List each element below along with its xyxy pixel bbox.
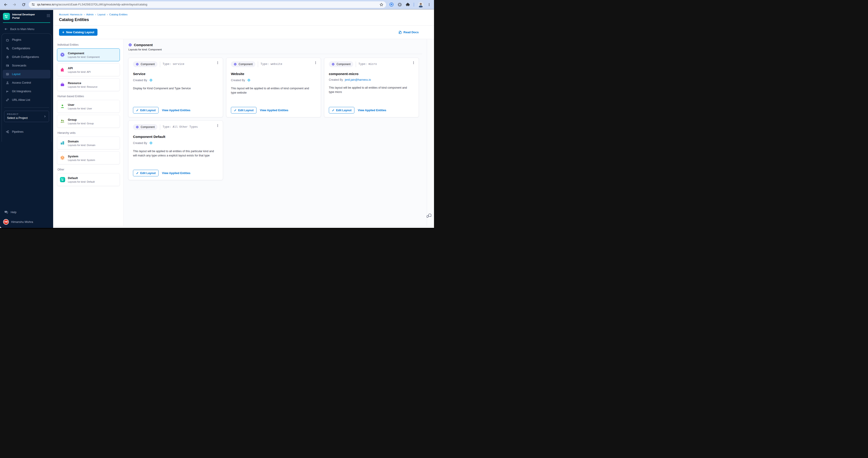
- edit-layout-label: Edit Layout: [140, 109, 156, 112]
- sidebar-item-configurations[interactable]: Configurations: [3, 44, 51, 53]
- kind-badge-label: Component: [239, 63, 253, 66]
- entity-desc: Layouts for kind: Domain: [68, 144, 95, 146]
- help-bubble-icon: ?: [4, 210, 8, 214]
- idp-logo-icon: [3, 13, 10, 20]
- entity-kind-domain[interactable]: DomainLayouts for kind: Domain: [57, 136, 120, 150]
- card-header: ComponentType: micro: [329, 61, 414, 67]
- layout-card: ComponentType: All Other TypesComponent …: [128, 121, 223, 180]
- breadcrumb-item[interactable]: Catalog Entities: [109, 13, 128, 16]
- sidebar-item-label: Access Control: [12, 81, 31, 84]
- entity-kind-component[interactable]: ComponentLayouts for kind: Component: [57, 48, 120, 61]
- harness-creator-icon: [149, 78, 153, 82]
- user-icon: [60, 104, 65, 109]
- entity-desc: Layouts for kind: Resource: [68, 86, 97, 88]
- extension-spinner-icon[interactable]: [398, 2, 402, 7]
- card-menu-icon[interactable]: [412, 61, 415, 65]
- browser-back-icon[interactable]: [4, 3, 7, 6]
- entity-name: Domain: [68, 140, 95, 143]
- browser-reload-icon[interactable]: [22, 3, 26, 6]
- card-description: This layout will be applied to all entit…: [133, 149, 217, 158]
- chip-icon: [136, 126, 139, 129]
- new-catalog-layout-button[interactable]: + New Catalog Layout: [59, 29, 97, 36]
- card-description: This layout will be applied to all entit…: [329, 86, 413, 95]
- help-button[interactable]: ? Help: [0, 210, 53, 214]
- card-footer: Edit LayoutView Applied Entities: [329, 107, 386, 113]
- person-icon: [6, 81, 9, 85]
- entity-kind-default[interactable]: DefaultLayouts for kind: Default: [57, 173, 120, 186]
- card-menu-icon[interactable]: [216, 61, 219, 65]
- browser-forward-icon[interactable]: [13, 3, 17, 6]
- creator-email-link[interactable]: jenil.jain@harness.io: [345, 78, 371, 81]
- extensions-puzzle-icon[interactable]: [406, 2, 410, 6]
- read-docs-link[interactable]: Read Docs: [398, 31, 418, 34]
- view-applied-entities-link[interactable]: View Applied Entities: [162, 171, 190, 175]
- pencil-icon: [136, 172, 138, 174]
- entity-kind-system[interactable]: SystemLayouts for kind: System: [57, 152, 120, 164]
- card-menu-icon[interactable]: [216, 124, 219, 128]
- card-title: component-micro: [329, 72, 414, 76]
- entity-text: UserLayouts for kind: User: [68, 103, 92, 110]
- pencil-icon: [136, 109, 138, 112]
- sidebar-item-git-integrations[interactable]: Git Integrations: [3, 87, 51, 96]
- user-menu[interactable]: HM Himanshu Mishra: [0, 219, 53, 225]
- card-footer: Edit LayoutView Applied Entities: [231, 107, 288, 113]
- site-settings-icon[interactable]: [31, 3, 35, 6]
- right-gutter: [427, 39, 434, 226]
- view-applied-entities-link[interactable]: View Applied Entities: [358, 109, 386, 112]
- chrome-divider: [414, 3, 414, 6]
- entity-kind-group[interactable]: GroupLayouts for kind: Group: [57, 115, 120, 128]
- chip-icon: [60, 52, 65, 57]
- edit-layout-button[interactable]: Edit Layout: [133, 107, 158, 113]
- project-selector[interactable]: PROJECT Select a Project: [4, 111, 49, 122]
- sidebar-item-pipelines[interactable]: Pipelines: [3, 128, 51, 136]
- edit-layout-button[interactable]: Edit Layout: [231, 107, 256, 113]
- help-label: Help: [11, 211, 17, 214]
- idp-logo-icon: [60, 177, 65, 183]
- entity-kind-api[interactable]: APILayouts for kind: API: [57, 63, 120, 76]
- edit-layout-button[interactable]: Edit Layout: [329, 107, 354, 113]
- sidebar-item-url-allow-list[interactable]: URL Allow List: [3, 96, 51, 104]
- card-header: ComponentType: website: [231, 61, 316, 67]
- sidebar-item-oauth-configurations[interactable]: OAuth Configurations: [3, 53, 51, 61]
- screen: qa.harness.io/ng/account/zEaak-FLS425IEO…: [0, 0, 434, 229]
- breadcrumb-item[interactable]: Layout: [97, 13, 105, 16]
- entity-kind-resource[interactable]: ResourceLayouts for kind: Resource: [57, 78, 120, 91]
- card-menu-icon[interactable]: [314, 61, 317, 65]
- entity-desc: Layouts for kind: Component: [68, 56, 100, 58]
- entity-text: SystemLayouts for kind: System: [68, 155, 95, 161]
- sidebar: Internal Developer Portal Back to Main M…: [0, 10, 53, 228]
- view-applied-entities-link[interactable]: View Applied Entities: [260, 109, 288, 112]
- onepassword-extension-icon[interactable]: [389, 2, 394, 7]
- sidebar-item-plugins[interactable]: Plugins: [3, 35, 51, 44]
- view-applied-entities-link[interactable]: View Applied Entities: [162, 109, 190, 112]
- breadcrumb-item[interactable]: Account: Harness.io: [59, 13, 82, 16]
- breadcrumb-separator: ›: [107, 13, 107, 16]
- breadcrumb: Account: Harness.io›Admin›Layout›Catalog…: [59, 13, 128, 16]
- browser-menu-icon[interactable]: [428, 3, 431, 6]
- entity-section-label: Other: [57, 168, 119, 171]
- entity-name: Component: [68, 52, 100, 55]
- sidebar-item-access-control[interactable]: Access Control: [3, 78, 51, 87]
- docs-icon: [398, 31, 402, 34]
- sidebar-item-layout[interactable]: Layout: [3, 70, 51, 78]
- module-switcher-icon[interactable]: [46, 14, 50, 18]
- project-label: PROJECT: [7, 113, 46, 115]
- entity-kind-user[interactable]: UserLayouts for kind: User: [57, 100, 120, 113]
- breadcrumb-item[interactable]: Admin: [86, 13, 94, 16]
- back-to-main-menu[interactable]: Back to Main Menu: [0, 27, 53, 31]
- browser-profile-avatar[interactable]: [418, 2, 424, 7]
- badge-type-divider: [258, 62, 258, 67]
- support-chat-icon[interactable]: [426, 213, 432, 219]
- component-chip-icon: [128, 43, 132, 47]
- puzzle-icon: [6, 38, 9, 42]
- idp-glyph-icon: [61, 178, 64, 182]
- bookmark-star-icon[interactable]: [379, 3, 383, 6]
- edit-layout-button[interactable]: Edit Layout: [133, 170, 158, 176]
- address-bar[interactable]: qa.harness.io/ng/account/zEaak-FLS425IEO…: [29, 1, 386, 8]
- gear-icon: [60, 155, 65, 161]
- sidebar-item-scorecards[interactable]: Scorecards: [3, 61, 51, 70]
- read-docs-label: Read Docs: [403, 31, 418, 34]
- card-title: Service: [133, 72, 218, 76]
- project-value: Select a Project: [7, 116, 46, 120]
- sidebar-item-label: Scorecards: [12, 64, 26, 67]
